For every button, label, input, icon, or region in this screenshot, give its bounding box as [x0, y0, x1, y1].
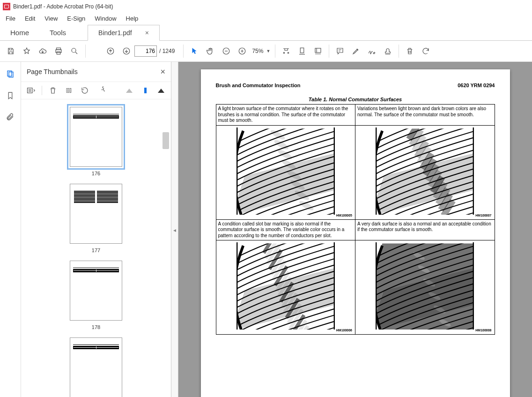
- comment-button[interactable]: [332, 43, 348, 59]
- svg-rect-2: [57, 52, 60, 54]
- zoom-select[interactable]: 75% ▼: [250, 47, 272, 55]
- thumb-rotate-cw-button[interactable]: [96, 85, 106, 96]
- thumbnail-list[interactable]: 176177178: [21, 99, 171, 397]
- page-header-right: 0620 YRM 0294: [458, 82, 495, 88]
- thumbnail-item[interactable]: 176: [69, 107, 123, 176]
- collapse-panel-button[interactable]: ◂: [171, 62, 178, 397]
- page-number-input[interactable]: [134, 45, 157, 57]
- menu-view[interactable]: View: [40, 14, 62, 23]
- window-title: Binder1.pdf - Adobe Acrobat Pro (64-bit): [13, 3, 113, 10]
- app-icon: [3, 3, 10, 10]
- thumbnail-item[interactable]: 178: [69, 261, 123, 330]
- cell-text-1: A light brown surface of the commutator …: [216, 105, 355, 126]
- tab-document-label: Binder1.pdf: [98, 29, 132, 37]
- cell-fig-1: HM100005: [216, 125, 355, 219]
- fit-width-button[interactable]: [278, 43, 294, 59]
- thumbnail-header: Page Thumbnails ×: [21, 62, 171, 82]
- rotate-button[interactable]: [418, 43, 434, 59]
- thumb-options-button[interactable]: [26, 85, 36, 96]
- thumbnail-scrollbar[interactable]: [163, 99, 170, 397]
- title-bar: Binder1.pdf - Adobe Acrobat Pro (64-bit): [0, 0, 532, 13]
- stamp-button[interactable]: [380, 43, 396, 59]
- attachments-rail-button[interactable]: [5, 112, 16, 123]
- cell-fig-4: HM100008: [355, 240, 495, 335]
- cell-text-4: A very dark surface is also a normal and…: [355, 219, 495, 240]
- menu-file[interactable]: File: [1, 14, 20, 23]
- pdf-page: Brush and Commutator Inspection 0620 YRM…: [201, 69, 510, 397]
- main-area: Page Thumbnails × 176177178 ◂ Brush and …: [0, 62, 532, 397]
- cell-text-3: A condition called slot bar marking is a…: [216, 219, 355, 240]
- thumb-rotate-ccw-button[interactable]: [80, 85, 90, 96]
- highlight-button[interactable]: [348, 43, 364, 59]
- cloud-button[interactable]: [35, 43, 51, 59]
- bookmarks-rail-button[interactable]: [5, 90, 16, 101]
- search-button[interactable]: [66, 43, 82, 59]
- sign-button[interactable]: [364, 43, 380, 59]
- thumbnail-panel: Page Thumbnails × 176177178: [21, 62, 171, 397]
- tab-home[interactable]: Home: [0, 25, 39, 40]
- tab-bar: Home Tools Binder1.pdf ×: [0, 23, 532, 41]
- zoom-value: 75%: [252, 48, 263, 54]
- chevron-down-icon: ▼: [266, 49, 270, 53]
- table-caption: Table 1. Normal Commutator Surfaces: [216, 97, 495, 102]
- commutator-table: A light brown surface of the commutator …: [216, 104, 495, 335]
- thumbnail-title: Page Thumbnails: [27, 68, 78, 75]
- star-button[interactable]: [19, 43, 35, 59]
- tab-close-icon[interactable]: ×: [145, 29, 149, 37]
- zoom-out-button[interactable]: [218, 43, 234, 59]
- cell-fig-3: HM100006: [216, 240, 355, 335]
- cell-text-2: Variations between light brown and dark …: [355, 105, 495, 126]
- menu-window[interactable]: Window: [90, 14, 121, 23]
- svg-rect-8: [301, 48, 304, 53]
- delete-button[interactable]: [402, 43, 418, 59]
- prev-page-button[interactable]: [103, 43, 118, 59]
- thumb-delete-button[interactable]: [48, 85, 58, 96]
- menu-esign[interactable]: E-Sign: [62, 14, 90, 23]
- save-button[interactable]: [3, 43, 19, 59]
- thumb-size-slider[interactable]: [140, 85, 150, 96]
- print-button[interactable]: [51, 43, 66, 59]
- cell-fig-2: HM100007: [355, 125, 495, 219]
- tab-tools[interactable]: Tools: [39, 25, 76, 40]
- thumbnails-rail-button[interactable]: [5, 68, 16, 80]
- zoom-in-button[interactable]: [234, 43, 250, 59]
- page-total-label: / 1249: [159, 48, 175, 54]
- tab-document[interactable]: Binder1.pdf ×: [88, 25, 160, 41]
- thumbnail-item[interactable]: 177: [69, 184, 123, 253]
- menu-edit[interactable]: Edit: [20, 14, 40, 23]
- select-tool-button[interactable]: [186, 43, 202, 59]
- close-panel-button[interactable]: ×: [160, 67, 165, 77]
- svg-rect-9: [315, 48, 321, 52]
- thumbnail-item[interactable]: [69, 337, 123, 397]
- page-header: Brush and Commutator Inspection 0620 YRM…: [216, 82, 495, 88]
- svg-point-3: [72, 48, 76, 52]
- side-rail: [0, 62, 21, 397]
- thumbnail-scroll-thumb[interactable]: [163, 132, 169, 149]
- next-page-button[interactable]: [118, 43, 134, 59]
- thumbnail-toolbar: [21, 82, 171, 99]
- document-viewport[interactable]: Brush and Commutator Inspection 0620 YRM…: [178, 62, 532, 397]
- page-header-left: Brush and Commutator Inspection: [216, 82, 301, 88]
- hand-tool-button[interactable]: [202, 43, 218, 59]
- toolbar: / 1249 75% ▼: [0, 41, 532, 62]
- read-mode-button[interactable]: [310, 43, 326, 59]
- menu-help[interactable]: Help: [121, 14, 143, 23]
- thumb-size-large-icon[interactable]: [156, 85, 166, 96]
- thumb-size-small-icon[interactable]: [124, 85, 134, 96]
- menu-bar: File Edit View E-Sign Window Help: [0, 13, 532, 23]
- thumb-print-button[interactable]: [64, 85, 74, 96]
- fit-page-button[interactable]: [294, 43, 310, 59]
